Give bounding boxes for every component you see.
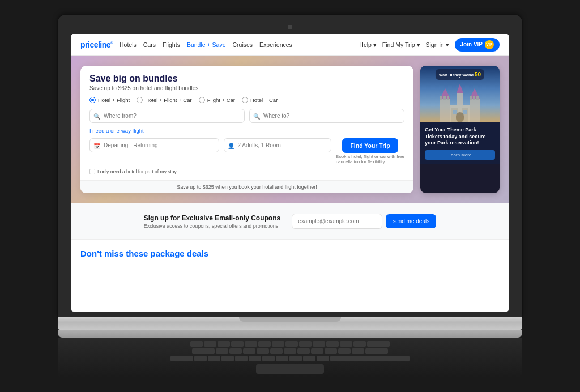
svg-rect-14 <box>447 96 449 100</box>
email-section: Sign up for Exclusive Email-only Coupons… <box>71 203 509 240</box>
svg-rect-12 <box>440 96 442 100</box>
radio-hotel-flight-car[interactable]: Hotel + Flight + Car <box>137 97 191 103</box>
camera <box>288 25 292 29</box>
nav-hotels[interactable]: Hotels <box>120 41 137 48</box>
find-trip-button[interactable]: Find Your Trip <box>342 138 398 153</box>
search-card: Save big on bundles Save up to $625 on h… <box>80 66 413 193</box>
sign-in-link[interactable]: Sign in ▾ <box>426 41 449 48</box>
join-vip-button[interactable]: Join VIP VIP <box>455 38 500 52</box>
email-text-block: Sign up for Exclusive Email-only Coupons… <box>144 214 280 229</box>
laptop-bottom <box>58 330 522 338</box>
search-icon-from: 🔍 <box>93 113 100 119</box>
send-deals-button[interactable]: send me deals <box>386 214 436 228</box>
key <box>221 356 234 361</box>
key <box>284 348 296 354</box>
key <box>353 341 366 347</box>
packages-section: Don't miss these package deals <box>71 240 509 267</box>
radio-circle-hfc <box>137 97 143 103</box>
key <box>317 356 329 361</box>
find-trip-note: Book a hotel, flight or car with freecan… <box>336 154 404 164</box>
key <box>204 341 216 347</box>
where-to-wrapper: 🔍 <box>249 109 404 123</box>
svg-rect-7 <box>470 99 480 122</box>
email-input[interactable] <box>292 214 382 229</box>
key <box>194 356 207 361</box>
radio-circle-hc <box>242 97 248 103</box>
trackpad[interactable] <box>256 364 324 374</box>
where-to-input[interactable] <box>249 109 404 123</box>
radio-circle-hotel-flight <box>89 97 96 103</box>
calendar-icon: 📅 <box>93 142 100 148</box>
date-input[interactable] <box>89 138 219 152</box>
key <box>326 341 339 347</box>
key <box>311 348 323 354</box>
guests-input[interactable] <box>224 138 331 152</box>
key <box>299 341 312 347</box>
radio-hotel-flight[interactable]: Hotel + Flight <box>89 97 130 103</box>
hero-section: Save big on bundles Save up to $625 on h… <box>71 56 509 203</box>
radio-circle-fc <box>199 97 205 103</box>
svg-rect-4 <box>453 110 457 114</box>
disney-50: 50 <box>475 71 481 78</box>
email-title: Sign up for Exclusive Email-only Coupons <box>144 214 280 222</box>
radio-dot <box>91 99 94 101</box>
key <box>340 341 352 347</box>
nav-cruises[interactable]: Cruises <box>232 41 253 48</box>
key <box>272 341 284 347</box>
radio-flight-car[interactable]: Flight + Car <box>199 97 235 103</box>
key <box>325 348 337 354</box>
screen-bezel: priceline® Hotels Cars Flights Bundle + … <box>58 15 522 317</box>
key <box>365 348 388 354</box>
find-my-trip-link[interactable]: Find My Trip ▾ <box>382 41 420 48</box>
laptop-base <box>58 317 522 330</box>
nav-cars[interactable]: Cars <box>143 41 156 48</box>
navbar: priceline® Hotels Cars Flights Bundle + … <box>71 34 509 56</box>
logo[interactable]: priceline® <box>80 40 113 49</box>
key <box>313 341 325 347</box>
location-inputs: 🔍 🔍 <box>89 109 404 123</box>
key <box>192 348 215 354</box>
svg-rect-16 <box>473 96 475 100</box>
key <box>276 356 288 361</box>
key <box>229 348 242 354</box>
search-subtitle: Save up to $625 on hotel and flight bund… <box>89 85 404 91</box>
guests-wrapper: 👤 <box>224 138 331 152</box>
email-subtitle: Exclusive access to coupons, special off… <box>144 223 280 229</box>
keyboard-row-3 <box>80 356 500 361</box>
key <box>208 356 220 361</box>
checkbox-label: I only need a hotel for part of my stay <box>97 169 177 174</box>
key <box>170 356 193 361</box>
search-icon-to: 🔍 <box>253 113 260 119</box>
nav-bundle-save[interactable]: Bundle + Save <box>187 41 226 48</box>
one-way-link[interactable]: I need a one-way flight <box>89 127 404 134</box>
date-wrapper: 📅 <box>89 138 219 152</box>
hotel-only-checkbox[interactable] <box>89 169 95 174</box>
vip-badge: VIP <box>485 40 494 49</box>
key <box>338 348 351 354</box>
key <box>303 356 315 361</box>
key <box>257 348 269 354</box>
radio-hotel-car[interactable]: Hotel + Car <box>242 97 278 103</box>
key <box>216 348 228 354</box>
bottom-row: 📅 👤 Find Your Trip Book a hotel, flight … <box>89 138 404 164</box>
svg-marker-11 <box>457 84 463 93</box>
disney-logo-area: Walt Disney World 50 <box>436 69 484 80</box>
key <box>352 348 364 354</box>
checkbox-row: I only need a hotel for part of my stay <box>89 169 404 174</box>
guests-icon: 👤 <box>228 142 234 148</box>
nav-flights[interactable]: Flights <box>163 41 180 48</box>
nav-experiences[interactable]: Experiences <box>259 41 292 48</box>
find-trip-group: Find Your Trip Book a hotel, flight or c… <box>336 138 404 164</box>
packages-title: Don't miss these package deals <box>80 249 500 258</box>
help-link[interactable]: Help ▾ <box>359 41 377 48</box>
learn-more-button[interactable]: Learn More <box>425 150 495 160</box>
key <box>245 341 257 347</box>
key <box>249 356 261 361</box>
radio-group: Hotel + Flight Hotel + Flight + Car Flig… <box>89 97 404 103</box>
nav-right: Help ▾ Find My Trip ▾ Sign in ▾ Join VIP… <box>359 38 500 52</box>
key <box>190 341 203 347</box>
disney-card: Walt Disney World 50 Get Your Theme Park… <box>420 66 500 193</box>
svg-rect-6 <box>440 99 450 122</box>
castle-svg <box>432 83 488 122</box>
where-from-input[interactable] <box>89 109 245 123</box>
